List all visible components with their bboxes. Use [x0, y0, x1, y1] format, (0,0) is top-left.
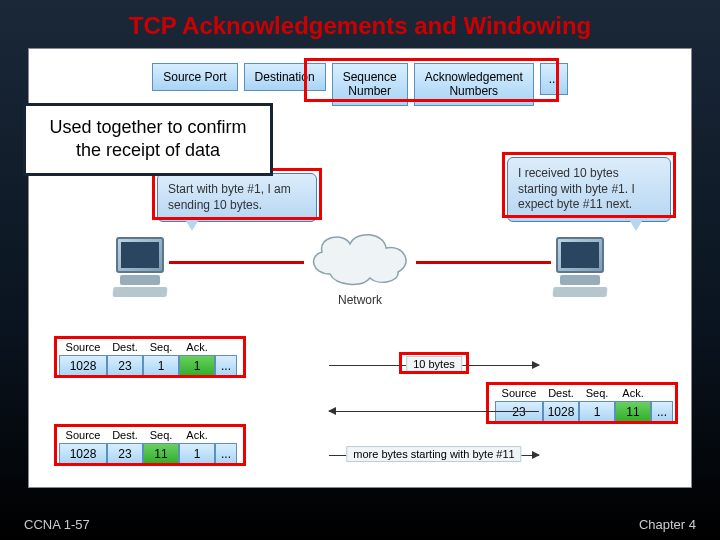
arrow-label-10bytes: 10 bytes [406, 356, 462, 372]
seg2-labels: Source Dest. Seq. Ack. [495, 387, 673, 399]
seg1-more: ... [215, 355, 237, 377]
seg2-dest: 1028 [543, 401, 579, 423]
hdr-more: ... [540, 63, 568, 95]
callout-confirm-receipt: Used together to confirm the receipt of … [23, 103, 273, 176]
lbl-seq: Seq. [143, 429, 179, 441]
seg1-seq: 1 [143, 355, 179, 377]
network-label: Network [338, 293, 382, 307]
seg1-ack: 1 [179, 355, 215, 377]
seg3-ack: 1 [179, 443, 215, 465]
seg2-seq: 1 [579, 401, 615, 423]
lbl-ack: Ack. [179, 429, 215, 441]
arrow-ack-back [329, 411, 539, 412]
diagram-panel: Source Port Destination Sequence Number … [28, 48, 692, 488]
seg2-more: ... [651, 401, 673, 423]
seg1-source: 1028 [59, 355, 107, 377]
lbl-dest: Dest. [107, 341, 143, 353]
seg1-dest: 23 [107, 355, 143, 377]
arrow-send-more: more bytes starting with byte #11 [329, 455, 539, 456]
lbl-source: Source [59, 429, 107, 441]
segment-3: Source Dest. Seq. Ack. 1028 23 11 1 ... [59, 429, 237, 465]
link-right [416, 261, 551, 264]
seg3-seq: 11 [143, 443, 179, 465]
footer-right: Chapter 4 [639, 517, 696, 532]
page-title: TCP Acknowledgements and Windowing [0, 0, 720, 48]
hdr-destination: Destination [244, 63, 326, 91]
seg3-source: 1028 [59, 443, 107, 465]
seg2-ack: 11 [615, 401, 651, 423]
seg3-cells: 1028 23 11 1 ... [59, 443, 237, 465]
lbl-ack: Ack. [179, 341, 215, 353]
link-left [169, 261, 304, 264]
cloud-icon [300, 226, 420, 288]
speech-receiver: I received 10 bytes starting with byte #… [507, 157, 671, 222]
lbl-seq: Seq. [579, 387, 615, 399]
hdr-sequence: Sequence Number [332, 63, 408, 106]
lbl-seq: Seq. [143, 341, 179, 353]
arrow-send-10bytes: 10 bytes [329, 365, 539, 366]
hdr-acknowledgement: Acknowledgement Numbers [414, 63, 534, 106]
seg3-dest: 23 [107, 443, 143, 465]
lbl-ack: Ack. [615, 387, 651, 399]
network-cloud [300, 226, 420, 288]
seg2-source: 23 [495, 401, 543, 423]
hdr-source-port: Source Port [152, 63, 237, 91]
segment-2: Source Dest. Seq. Ack. 23 1028 1 11 ... [495, 387, 673, 423]
seg2-cells: 23 1028 1 11 ... [495, 401, 673, 423]
lbl-source: Source [495, 387, 543, 399]
segment-1: Source Dest. Seq. Ack. 1028 23 1 1 ... [59, 341, 237, 377]
lbl-dest: Dest. [543, 387, 579, 399]
seg1-cells: 1028 23 1 1 ... [59, 355, 237, 377]
arrow-label-more-bytes: more bytes starting with byte #11 [346, 446, 521, 462]
computer-receiver [549, 237, 611, 295]
speech-sender: Start with byte #1, I am sending 10 byte… [157, 173, 317, 222]
seg1-labels: Source Dest. Seq. Ack. [59, 341, 237, 353]
seg3-labels: Source Dest. Seq. Ack. [59, 429, 237, 441]
footer-left: CCNA 1-57 [24, 517, 90, 532]
computer-sender [109, 237, 171, 295]
slide-footer: CCNA 1-57 Chapter 4 [24, 517, 696, 532]
lbl-source: Source [59, 341, 107, 353]
seg3-more: ... [215, 443, 237, 465]
lbl-dest: Dest. [107, 429, 143, 441]
